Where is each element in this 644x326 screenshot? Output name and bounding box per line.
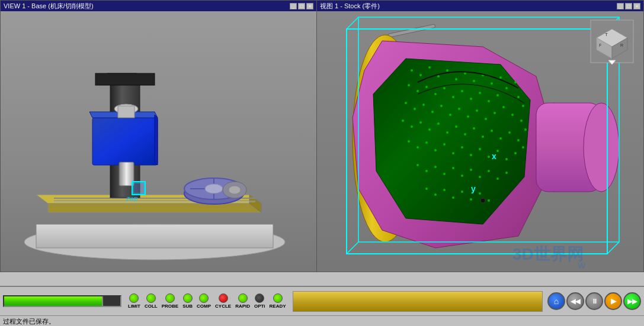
opti-light bbox=[255, 293, 264, 303]
svg-point-110 bbox=[488, 170, 490, 172]
svg-point-98 bbox=[488, 156, 490, 158]
sub-label: SUB bbox=[182, 304, 193, 309]
home-button[interactable]: ⌂ bbox=[547, 292, 565, 310]
svg-point-95 bbox=[461, 146, 463, 149]
svg-point-35 bbox=[428, 66, 431, 69]
svg-text:zwp: zwp bbox=[126, 195, 138, 202]
svg-point-86 bbox=[508, 131, 511, 134]
svg-point-87 bbox=[517, 139, 520, 141]
right-minimize-btn[interactable]: _ bbox=[617, 3, 624, 9]
opti-label: OPTi bbox=[254, 304, 265, 309]
probe-light bbox=[165, 293, 175, 303]
footer-text: 过程文件已保存。 bbox=[3, 318, 55, 325]
svg-point-90 bbox=[416, 146, 419, 149]
svg-point-91 bbox=[425, 141, 428, 144]
right-maximize-btn[interactable]: □ bbox=[625, 3, 632, 9]
limit-label: LIMIT bbox=[128, 304, 140, 309]
progress-divider bbox=[102, 296, 103, 306]
svg-point-132 bbox=[480, 198, 485, 203]
indicator-ready: READY bbox=[268, 293, 288, 309]
svg-point-96 bbox=[470, 154, 472, 156]
svg-point-47 bbox=[434, 93, 437, 95]
progress-bar bbox=[3, 295, 121, 307]
svg-point-81 bbox=[464, 133, 466, 135]
progress-fill bbox=[4, 296, 103, 306]
cycle-label: CYCLE bbox=[215, 304, 231, 309]
svg-point-100 bbox=[505, 158, 508, 160]
play-button[interactable]: ▶ bbox=[604, 292, 622, 310]
right-close-btn[interactable]: × bbox=[633, 3, 640, 9]
svg-point-107 bbox=[461, 175, 463, 177]
svg-point-99 bbox=[496, 150, 499, 152]
progress-area bbox=[3, 295, 121, 307]
left-viewport-title: VIEW 1 - Base (机床/切削模型) bbox=[4, 2, 94, 11]
svg-point-67 bbox=[476, 109, 478, 112]
svg-point-38 bbox=[455, 78, 457, 80]
svg-point-80 bbox=[455, 125, 457, 128]
svg-point-74 bbox=[402, 120, 404, 122]
indicator-probe: PROBE bbox=[160, 293, 180, 309]
svg-point-65 bbox=[458, 108, 460, 110]
left-close-btn[interactable]: × bbox=[306, 3, 313, 9]
right-viewport-titlebar: 视图 1 - Stock (零件) _ □ × bbox=[317, 1, 643, 11]
svg-rect-12 bbox=[92, 118, 158, 165]
svg-point-83 bbox=[482, 135, 484, 138]
svg-point-55 bbox=[505, 87, 508, 89]
viewport-left[interactable]: VIEW 1 - Base (机床/切削模型) _ □ × bbox=[0, 0, 317, 272]
probe-label: PROBE bbox=[162, 304, 178, 309]
rapid-light bbox=[238, 293, 248, 303]
viewport-right[interactable]: 视图 1 - Stock (零件) _ □ × bbox=[317, 0, 644, 272]
svg-point-106 bbox=[452, 167, 454, 169]
cycle-light bbox=[219, 293, 228, 303]
svg-point-117 bbox=[461, 191, 463, 193]
svg-point-50 bbox=[461, 90, 463, 92]
svg-point-123 bbox=[584, 103, 619, 192]
svg-point-120 bbox=[488, 199, 490, 202]
svg-point-62 bbox=[431, 111, 434, 113]
nav-buttons: ⌂ ◀◀ ⏸ ▶ ▶▶ bbox=[547, 292, 641, 310]
svg-point-49 bbox=[452, 96, 454, 98]
svg-rect-11 bbox=[95, 73, 155, 85]
svg-point-112 bbox=[505, 172, 508, 174]
svg-point-45 bbox=[416, 90, 419, 92]
svg-rect-19 bbox=[133, 183, 144, 193]
svg-point-75 bbox=[411, 125, 413, 128]
svg-point-116 bbox=[452, 196, 454, 199]
svg-point-27 bbox=[229, 186, 241, 194]
svg-point-119 bbox=[479, 192, 481, 195]
svg-point-37 bbox=[446, 69, 448, 72]
svg-point-101 bbox=[514, 152, 517, 154]
svg-point-69 bbox=[494, 112, 496, 114]
indicator-sub: SUB bbox=[181, 293, 194, 309]
sub-light bbox=[183, 293, 193, 303]
svg-point-114 bbox=[434, 193, 437, 196]
svg-text:R: R bbox=[620, 43, 623, 47]
fastforward-button[interactable]: ▶▶ bbox=[623, 292, 641, 310]
svg-point-36 bbox=[437, 75, 440, 78]
comp-label: COMP bbox=[197, 304, 211, 309]
left-minimize-btn[interactable]: _ bbox=[290, 3, 297, 9]
svg-point-57 bbox=[517, 96, 520, 98]
prev-button[interactable]: ◀◀ bbox=[566, 292, 584, 310]
svg-point-108 bbox=[470, 169, 472, 171]
left-maximize-btn[interactable]: □ bbox=[298, 3, 305, 9]
left-viewport-titlebar: VIEW 1 - Base (机床/切削模型) _ □ × bbox=[1, 1, 316, 11]
svg-point-53 bbox=[488, 100, 490, 102]
svg-point-78 bbox=[437, 122, 440, 125]
svg-point-48 bbox=[443, 87, 446, 89]
pause-button[interactable]: ⏸ bbox=[585, 292, 603, 310]
status-gold-area bbox=[293, 291, 543, 312]
limit-light bbox=[129, 293, 139, 303]
svg-point-39 bbox=[464, 72, 466, 75]
svg-point-59 bbox=[405, 102, 407, 104]
svg-point-63 bbox=[440, 105, 443, 107]
svg-point-64 bbox=[449, 114, 451, 116]
svg-point-115 bbox=[443, 189, 446, 191]
machine-scene-svg: zwp bbox=[1, 11, 316, 272]
svg-text:y: y bbox=[471, 184, 476, 193]
svg-point-40 bbox=[473, 80, 475, 82]
svg-point-72 bbox=[520, 120, 523, 122]
svg-point-73 bbox=[524, 128, 527, 131]
left-3d-scene: zwp bbox=[1, 11, 316, 272]
svg-point-34 bbox=[419, 74, 422, 76]
